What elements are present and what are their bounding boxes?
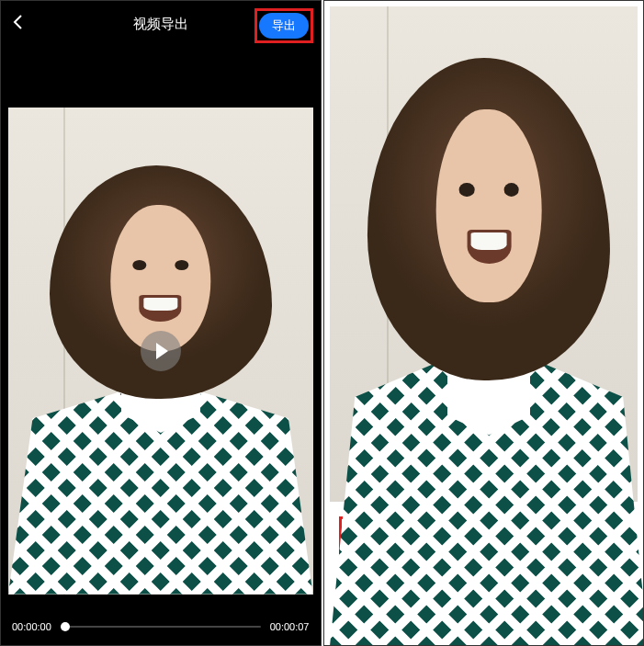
- time-current: 00:00:00: [12, 621, 51, 632]
- page-title: 视频导出: [133, 16, 188, 33]
- save-screen: 保存到相册 完成: [323, 0, 645, 646]
- back-icon[interactable]: [12, 14, 23, 35]
- video-area: [1, 47, 321, 608]
- progress-thumb[interactable]: [61, 622, 70, 631]
- play-icon: [156, 343, 168, 359]
- export-highlight: 导出: [254, 8, 313, 43]
- play-button[interactable]: [141, 331, 181, 371]
- export-button[interactable]: 导出: [259, 13, 309, 39]
- result-image: [330, 6, 645, 646]
- header: 视频导出 导出: [1, 1, 321, 47]
- video-controls: 00:00:00 00:00:07: [1, 608, 321, 645]
- time-total: 00:00:07: [270, 621, 310, 632]
- video-preview[interactable]: [8, 108, 313, 595]
- export-screen: 视频导出 导出 00:00:00: [0, 0, 322, 646]
- result-preview: [330, 6, 638, 502]
- progress-bar[interactable]: [61, 626, 261, 628]
